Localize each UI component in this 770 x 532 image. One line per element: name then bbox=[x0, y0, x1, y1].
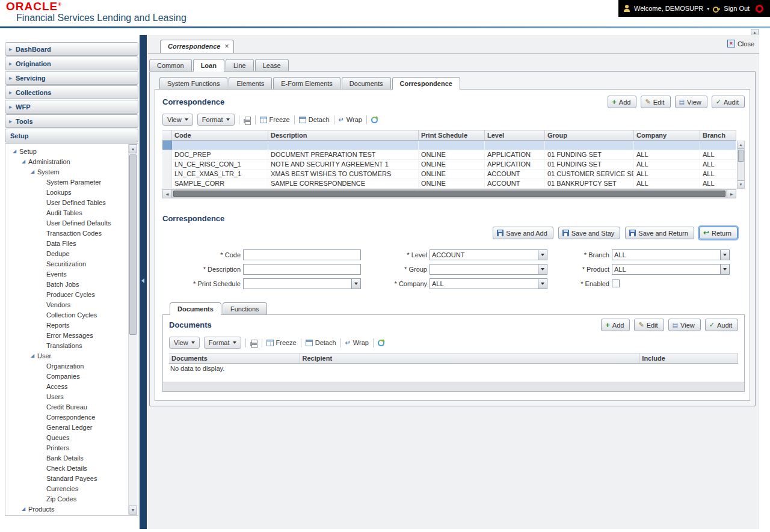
view-button[interactable]: ▤View bbox=[675, 96, 707, 108]
sidebar-section-header[interactable]: ▸ Collections bbox=[5, 85, 138, 99]
sidebar-section-header[interactable]: ▸ Tools bbox=[5, 114, 138, 128]
tree-item[interactable]: ◢ Bank Details bbox=[7, 453, 128, 463]
tree-item-label[interactable]: System bbox=[37, 168, 60, 176]
add-button[interactable]: +Add bbox=[601, 319, 630, 331]
company-select[interactable]: ALL bbox=[430, 278, 547, 289]
tree-item-label[interactable]: Collection Cycles bbox=[46, 311, 97, 319]
edit-button[interactable]: ✎Edit bbox=[641, 96, 670, 108]
column-header[interactable]: Recipient bbox=[300, 353, 640, 363]
tree-item[interactable]: ◢ Organization bbox=[7, 361, 128, 371]
edit-button[interactable]: ✎Edit bbox=[634, 319, 664, 331]
tree-item-label[interactable]: Users bbox=[46, 393, 64, 400]
scroll-up-button[interactable]: ▲ bbox=[738, 141, 744, 149]
column-header[interactable]: Group bbox=[545, 130, 634, 140]
tree-item-label[interactable]: General Ledger bbox=[46, 424, 92, 431]
group-select[interactable] bbox=[430, 264, 547, 275]
tree-item[interactable]: ◢ Translations bbox=[7, 340, 128, 350]
tree-item[interactable]: ◢ User Defined Defaults bbox=[7, 218, 128, 228]
tree-item-label[interactable]: Batch Jobs bbox=[46, 281, 79, 288]
tree-item-label[interactable]: Lookups bbox=[46, 189, 72, 196]
detach-button[interactable]: Detach bbox=[306, 339, 336, 346]
tab[interactable]: Functions bbox=[223, 302, 267, 314]
tree-item[interactable]: ◢ General Ledger bbox=[7, 422, 128, 432]
refresh-button[interactable] bbox=[371, 117, 378, 123]
tree-item-label[interactable]: Queues bbox=[46, 434, 70, 441]
tree-item-label[interactable]: Access bbox=[46, 383, 67, 390]
tree-item[interactable]: ◢ Users bbox=[7, 391, 128, 402]
print-schedule-select[interactable] bbox=[243, 278, 361, 289]
dropdown-button[interactable] bbox=[351, 279, 360, 289]
tree-item-label[interactable]: User Defined Defaults bbox=[46, 219, 111, 227]
tree-item-label[interactable]: Translations bbox=[46, 342, 82, 349]
print-button[interactable] bbox=[250, 340, 257, 346]
sidebar-section-header[interactable]: ▸ DashBoard bbox=[5, 42, 138, 56]
wrap-button[interactable]: ↵Wrap bbox=[345, 339, 369, 346]
tree-item[interactable]: ◢ Error Messages bbox=[7, 330, 128, 340]
column-header[interactable]: Level bbox=[485, 130, 545, 140]
branch-select[interactable]: ALL bbox=[612, 249, 730, 260]
tree-item-label[interactable]: Currencies bbox=[46, 485, 78, 492]
column-header[interactable]: Company bbox=[634, 130, 700, 140]
sidebar-section-header[interactable]: ▸ Servicing bbox=[5, 71, 138, 85]
tree-item-label[interactable]: Asset Types bbox=[37, 516, 73, 516]
tree-item[interactable]: ◢ User bbox=[7, 350, 128, 361]
tree-item[interactable]: ◢ Securitization bbox=[7, 258, 128, 269]
dropdown-button[interactable] bbox=[538, 250, 547, 260]
dropdown-button[interactable] bbox=[720, 264, 729, 274]
grid-row[interactable]: DOC_PREPDOCUMENT PREPARATION TESTONLINEA… bbox=[162, 150, 736, 160]
tree-item[interactable]: ◢ System bbox=[7, 167, 128, 177]
view-menu-button[interactable]: View bbox=[169, 337, 200, 349]
format-menu-button[interactable]: Format bbox=[204, 337, 241, 349]
tree-item[interactable]: ◢ Transaction Codes bbox=[7, 228, 128, 238]
save-and-return-button[interactable]: Save and Return bbox=[625, 227, 694, 239]
tree-item-label[interactable]: User Defined Tables bbox=[46, 199, 106, 206]
tree-expand-icon[interactable]: ◢ bbox=[11, 148, 17, 154]
enabled-checkbox[interactable] bbox=[612, 280, 620, 287]
scroll-down-button[interactable]: ▼ bbox=[738, 180, 744, 188]
tree-item[interactable]: ◢ Zip Codes bbox=[7, 494, 128, 504]
description-input[interactable] bbox=[243, 264, 361, 275]
scroll-left-button[interactable]: ◀ bbox=[163, 190, 172, 198]
save-and-add-button[interactable]: Save and Add bbox=[493, 227, 553, 239]
tree-item-label[interactable]: Reports bbox=[46, 322, 70, 329]
tree-item[interactable]: ◢ Batch Jobs bbox=[7, 279, 128, 289]
tree-item[interactable]: ◢ Printers bbox=[7, 442, 128, 453]
row-selector[interactable] bbox=[162, 160, 172, 169]
sidebar-splitter[interactable] bbox=[140, 35, 147, 529]
tree-item[interactable]: ◢ Credit Bureau bbox=[7, 402, 128, 412]
tree-expand-icon[interactable]: ◢ bbox=[29, 169, 35, 174]
product-select[interactable]: ALL bbox=[612, 264, 730, 275]
tab[interactable]: Elements bbox=[229, 77, 272, 89]
row-selector[interactable] bbox=[162, 141, 172, 150]
tree-item[interactable]: ◢ Administration bbox=[7, 156, 128, 167]
close-button[interactable]: × Close bbox=[727, 40, 754, 47]
tree-expand-icon[interactable]: ◢ bbox=[20, 506, 26, 512]
sidebar-section-setup[interactable]: Setup bbox=[5, 129, 138, 142]
code-input[interactable] bbox=[243, 249, 361, 260]
level-select[interactable]: ACCOUNT bbox=[430, 249, 547, 260]
column-header[interactable]: Branch bbox=[700, 130, 736, 140]
tree-item-label[interactable]: Audit Tables bbox=[46, 209, 82, 216]
sign-out-link[interactable]: Sign Out bbox=[724, 5, 750, 12]
tree-item-label[interactable]: Events bbox=[46, 271, 67, 278]
tree-item[interactable]: ◢ Check Details bbox=[7, 463, 128, 473]
column-header[interactable]: Documents bbox=[169, 353, 300, 363]
tree-item[interactable]: ◢ Asset Types bbox=[7, 514, 128, 516]
scrollbar-thumb[interactable] bbox=[173, 191, 725, 197]
audit-button[interactable]: ✓Audit bbox=[705, 319, 738, 331]
tab[interactable]: Common bbox=[149, 59, 192, 71]
dropdown-button[interactable] bbox=[720, 250, 729, 260]
tree-item[interactable]: ◢ Standard Payees bbox=[7, 473, 128, 483]
refresh-button[interactable] bbox=[378, 340, 384, 346]
row-selector[interactable] bbox=[162, 179, 172, 188]
tree-item[interactable]: ◢ Reports bbox=[7, 320, 128, 330]
tree-expand-icon[interactable]: ◢ bbox=[29, 353, 35, 358]
tab[interactable]: Line bbox=[226, 59, 254, 71]
grid-row[interactable]: SAMPLE_CORRSAMPLE CORRESPONDENCEONLINEAC… bbox=[162, 179, 736, 189]
welcome-menu[interactable]: Welcome, DEMOSUPR bbox=[634, 5, 703, 12]
window-tab-correspondence[interactable]: Correspondence × bbox=[160, 40, 234, 53]
tree-item-label[interactable]: System Parameter bbox=[46, 179, 101, 186]
tree-item-label[interactable]: Products bbox=[28, 506, 54, 513]
tab[interactable]: Documents bbox=[170, 302, 221, 315]
tree-item[interactable]: ◢ Products bbox=[7, 504, 128, 514]
